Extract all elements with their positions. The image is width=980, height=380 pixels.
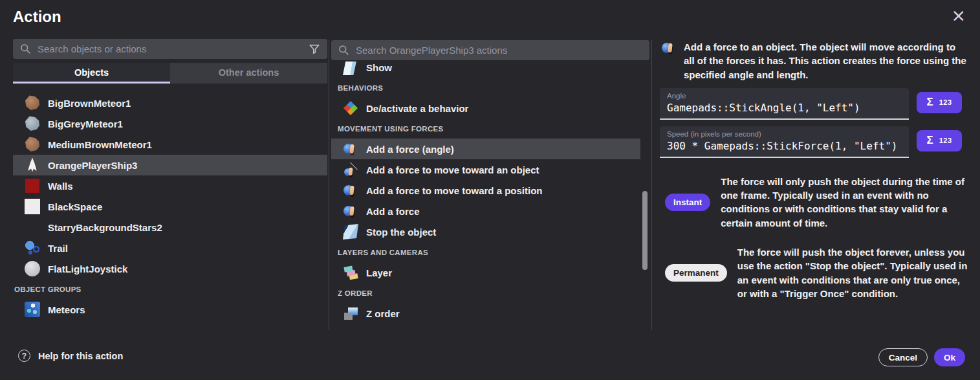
section-header-layers-and-cameras: LAYERS AND CAMERAS bbox=[331, 242, 649, 262]
action-row-z-order[interactable]: Z order bbox=[331, 303, 649, 324]
field-label: Speed (in pixels per second) bbox=[667, 130, 902, 138]
section-header-movement-using-forces: MOVEMENT USING FORCES bbox=[331, 118, 649, 139]
panel-divider bbox=[329, 40, 329, 330]
ok-button[interactable]: Ok bbox=[934, 348, 965, 366]
object-row-flatlightjoystick[interactable]: FlatLightJoystick bbox=[13, 258, 327, 279]
force-icon bbox=[661, 40, 678, 57]
filter-icon[interactable] bbox=[309, 43, 320, 55]
blackspace-icon bbox=[25, 199, 40, 214]
objects-list: BigBrownMeteor1 BigGreyMeteor1 MediumBro… bbox=[13, 93, 327, 320]
action-details-panel: Add a force to an object. The object wil… bbox=[660, 40, 968, 300]
actions-panel: Show BEHAVIORS De/activate a behavior MO… bbox=[331, 40, 649, 326]
expression-input[interactable] bbox=[667, 102, 902, 114]
object-row-mediumbrownmeteor1[interactable]: MediumBrownMeteor1 bbox=[13, 134, 327, 155]
field-label: Angle bbox=[667, 92, 902, 100]
close-icon[interactable]: × bbox=[951, 6, 966, 24]
zorder-icon bbox=[343, 306, 358, 321]
tab-other-actions[interactable]: Other actions bbox=[170, 63, 327, 84]
footer-buttons: Cancel Ok bbox=[878, 348, 965, 366]
force-type-notes: Instant The force will only push the obj… bbox=[660, 175, 968, 300]
meteor-brown-icon bbox=[25, 137, 40, 152]
section-header-behaviors: BEHAVIORS bbox=[331, 78, 649, 98]
action-row-add-a-force[interactable]: Add a force bbox=[331, 201, 649, 221]
object-row-blackspace[interactable]: BlackSpace bbox=[13, 196, 327, 217]
search-icon bbox=[20, 43, 31, 54]
starry-icon bbox=[25, 219, 40, 235]
meteor-brown-icon bbox=[25, 95, 40, 111]
expression-field[interactable]: Speed (in pixels per second) bbox=[660, 126, 909, 158]
force-type-note: Instant The force will only push the obj… bbox=[660, 175, 968, 230]
dialog-title: Action bbox=[13, 8, 61, 26]
action-description: Add a force to an object. The object wil… bbox=[684, 40, 968, 82]
force-type-badge[interactable]: Permanent bbox=[665, 264, 727, 282]
object-row-bigbrownmeteor1[interactable]: BigBrownMeteor1 bbox=[13, 93, 327, 113]
section-header-object-groups: OBJECT GROUPS bbox=[13, 279, 327, 299]
expression-field-row-speed-in-pixels-per-second: Speed (in pixels per second) Σ 123 bbox=[660, 126, 968, 158]
actions-list-viewport: Show BEHAVIORS De/activate a behavior MO… bbox=[331, 61, 649, 326]
action-row-add-a-force-to-move-toward-an-object[interactable]: Add a force to move toward an object bbox=[331, 159, 649, 180]
search-icon bbox=[338, 45, 349, 56]
object-row-starrybackgroundstars2[interactable]: StarryBackgroundStars2 bbox=[13, 217, 327, 238]
section-header-z-order: Z ORDER bbox=[331, 283, 649, 303]
object-row-orangeplayership3[interactable]: OrangePlayerShip3 bbox=[13, 155, 327, 175]
objects-tab-bar: Objects Other actions bbox=[13, 63, 327, 84]
object-row-walls[interactable]: Walls bbox=[13, 175, 327, 196]
action-dialog: Action × Objects Other actions BigBrownM… bbox=[0, 0, 980, 380]
numbers-icon: 123 bbox=[939, 98, 952, 106]
cancel-button[interactable]: Cancel bbox=[878, 348, 928, 366]
expression-builder-button[interactable]: Σ 123 bbox=[917, 130, 962, 151]
action-row-stop-the-object[interactable]: Stop the object bbox=[331, 221, 649, 242]
show-icon bbox=[343, 61, 358, 75]
sigma-icon: Σ bbox=[926, 134, 933, 147]
ship-orange-icon bbox=[25, 157, 40, 173]
stop-icon bbox=[343, 224, 358, 240]
force-type-badge[interactable]: Instant bbox=[665, 194, 710, 211]
objects-search-box bbox=[13, 39, 327, 59]
expression-field[interactable]: Angle bbox=[660, 88, 909, 120]
behavior-icon bbox=[343, 100, 358, 116]
help-link[interactable]: ? Help for this action bbox=[18, 350, 123, 362]
actions-search-input[interactable] bbox=[356, 45, 642, 56]
force-object-icon bbox=[343, 162, 358, 177]
expression-builder-button[interactable]: Σ 123 bbox=[917, 92, 962, 113]
help-label: Help for this action bbox=[38, 351, 123, 361]
force-type-note: Permanent The force will push the object… bbox=[660, 245, 968, 300]
force-icon bbox=[343, 141, 358, 157]
meteor-grey-icon bbox=[25, 116, 40, 131]
force-type-description: The force will only push the object duri… bbox=[721, 175, 968, 230]
joystick-icon bbox=[25, 261, 40, 276]
layer-icon bbox=[342, 263, 360, 282]
expression-field-row-angle: Angle Σ 123 bbox=[660, 88, 968, 120]
action-row-add-a-force-angle[interactable]: Add a force (angle) bbox=[331, 139, 640, 159]
force-type-description: The force will push the object forever, … bbox=[737, 245, 968, 300]
actions-search-box bbox=[331, 40, 649, 60]
actions-scrollbar-thumb[interactable] bbox=[642, 191, 648, 270]
objects-search-input[interactable] bbox=[38, 43, 302, 54]
object-row-biggreymeteor1[interactable]: BigGreyMeteor1 bbox=[13, 113, 327, 134]
action-description-row: Add a force to an object. The object wil… bbox=[660, 40, 968, 82]
help-icon: ? bbox=[18, 350, 30, 362]
action-row-de-activate-a-behavior[interactable]: De/activate a behavior bbox=[331, 98, 649, 118]
group-meteors-icon bbox=[25, 302, 40, 317]
actions-list: Show BEHAVIORS De/activate a behavior MO… bbox=[331, 61, 649, 324]
sigma-icon: Σ bbox=[926, 96, 933, 109]
force-icon bbox=[343, 203, 358, 219]
action-row-add-a-force-to-move-toward-a-position[interactable]: Add a force to move toward a position bbox=[331, 180, 649, 201]
parameter-fields: Angle Σ 123 Speed (in pixels per second)… bbox=[660, 88, 968, 158]
trail-icon bbox=[25, 240, 40, 256]
walls-icon bbox=[25, 179, 39, 193]
action-row-show[interactable]: Show bbox=[331, 61, 649, 78]
panel-divider bbox=[651, 40, 652, 330]
numbers-icon: 123 bbox=[939, 137, 952, 144]
objects-panel: Objects Other actions BigBrownMeteor1 Bi… bbox=[13, 39, 327, 320]
action-row-layer[interactable]: Layer bbox=[331, 262, 649, 283]
object-row-trail[interactable]: Trail bbox=[13, 238, 327, 258]
expression-input[interactable] bbox=[667, 140, 902, 152]
object-row-meteors[interactable]: Meteors bbox=[13, 299, 327, 320]
tab-objects[interactable]: Objects bbox=[13, 63, 170, 84]
force-icon bbox=[343, 183, 358, 198]
